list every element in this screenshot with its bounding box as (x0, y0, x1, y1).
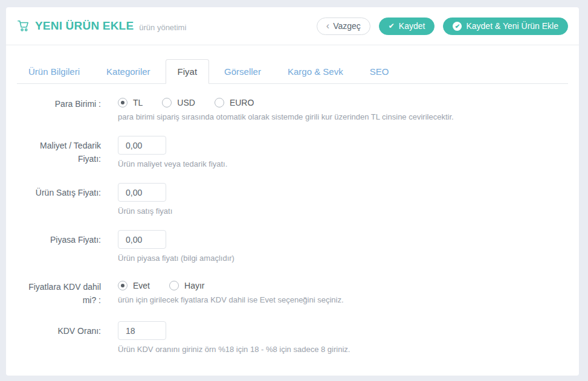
radio-label: Hayır (184, 281, 204, 290)
radio-icon[interactable] (118, 98, 128, 107)
control-area: Ürün piyasa fiyatı (bilgi amaçlıdır) (118, 230, 234, 263)
save-button[interactable]: ✔ Kaydet (379, 18, 435, 35)
cancel-button-label: Vazgeç (333, 21, 361, 31)
tab-gorseller[interactable]: Görseller (213, 60, 273, 83)
check-circle-icon: ✔ (453, 22, 462, 31)
radio-label: TL (133, 98, 143, 107)
field-label: Maliyet / Tedarik Fiyatı: (17, 136, 101, 165)
cancel-button[interactable]: ‹ Vazgeç (317, 18, 370, 35)
kdv-dahil-radio-group: Evet Hayır (118, 277, 344, 290)
control-area: Ürün KDV oranını giriniz örn %18 için 18… (118, 321, 350, 354)
field-label: KDV Oranı: (17, 321, 101, 338)
form-group-para-birimi: Para Birimi : TL USD EURO (17, 94, 568, 121)
tab-seo[interactable]: SEO (358, 60, 401, 83)
form-group-kdv-dahil: Fiyatlara KDV dahil mi? : Evet Hayır ürü… (17, 277, 568, 307)
radio-icon[interactable] (118, 281, 128, 290)
help-text: Ürün satış fiyatı (118, 207, 172, 216)
radio-label: USD (177, 98, 195, 107)
add-product-panel: YENI ÜRÜN EKLE ürün yönetimi ‹ Vazgeç ✔ … (6, 7, 579, 376)
control-area: Evet Hayır ürün için girilecek fiyatlara… (118, 277, 344, 304)
form-group-satis-fiyati: Ürün Satış Fiyatı: Ürün satış fiyatı (17, 183, 568, 216)
help-text: Ürün maliyet veya tedarik fiyatı. (118, 159, 227, 168)
radio-label: Evet (133, 281, 150, 290)
tab-urun-bilgileri[interactable]: Ürün Bilgileri (17, 60, 91, 83)
page-title: YENI ÜRÜN EKLE (35, 19, 134, 33)
radio-icon[interactable] (215, 98, 224, 107)
control-area: Ürün satış fiyatı (118, 183, 172, 216)
tab-kategoriler[interactable]: Kategoriler (95, 60, 162, 83)
radio-label: EURO (230, 98, 254, 107)
piyasa-fiyati-input[interactable] (118, 230, 166, 249)
save-button-label: Kaydet (399, 21, 425, 31)
form-group-maliyet-fiyati: Maliyet / Tedarik Fiyatı: Ürün maliyet v… (17, 136, 568, 168)
control-area: TL USD EURO para birimi sipariş sırasınd… (118, 94, 454, 121)
help-text: Ürün KDV oranını giriniz örn %18 için 18… (118, 345, 350, 354)
title-wrap: YENI ÜRÜN EKLE ürün yönetimi (17, 19, 186, 33)
field-label: Piyasa Fiyatı: (17, 230, 101, 247)
radio-option-euro[interactable]: EURO (215, 98, 254, 107)
panel-header: YENI ÜRÜN EKLE ürün yönetimi ‹ Vazgeç ✔ … (6, 7, 579, 45)
chevron-left-icon: ‹ (326, 21, 329, 31)
radio-icon[interactable] (169, 281, 179, 290)
price-form: Para Birimi : TL USD EURO (6, 84, 579, 354)
shopping-cart-icon (17, 19, 30, 33)
tab-fiyat[interactable]: Fiyat (166, 59, 210, 84)
kdv-orani-input[interactable] (118, 321, 166, 340)
currency-radio-group: TL USD EURO (118, 94, 454, 107)
control-area: Ürün maliyet veya tedarik fiyatı. (118, 136, 227, 168)
form-group-kdv-orani: KDV Oranı: Ürün KDV oranını giriniz örn … (17, 321, 568, 354)
tab-bar: Ürün Bilgileri Kategoriler Fiyat Görsell… (17, 59, 568, 84)
radio-option-tl[interactable]: TL (118, 98, 143, 107)
form-group-piyasa-fiyati: Piyasa Fiyatı: Ürün piyasa fiyatı (bilgi… (17, 230, 568, 263)
radio-option-hayir[interactable]: Hayır (169, 281, 204, 290)
tab-kargo-sevk[interactable]: Kargo & Sevk (276, 60, 355, 83)
radio-icon[interactable] (162, 98, 172, 107)
help-text: Ürün piyasa fiyatı (bilgi amaçlıdır) (118, 254, 234, 263)
help-text: para birimi sipariş sırasında otomatik o… (118, 112, 454, 121)
satis-fiyati-input[interactable] (118, 183, 166, 202)
radio-option-evet[interactable]: Evet (118, 281, 150, 290)
check-icon: ✔ (389, 22, 395, 30)
page-subtitle: ürün yönetimi (139, 21, 186, 32)
radio-option-usd[interactable]: USD (162, 98, 195, 107)
header-actions: ‹ Vazgeç ✔ Kaydet ✔ Kaydet & Yeni Ürün E… (317, 18, 568, 35)
save-and-new-button-label: Kaydet & Yeni Ürün Ekle (466, 21, 558, 31)
maliyet-fiyati-input[interactable] (118, 136, 166, 155)
save-and-new-button[interactable]: ✔ Kaydet & Yeni Ürün Ekle (443, 18, 568, 35)
field-label: Ürün Satış Fiyatı: (17, 183, 101, 200)
field-label: Fiyatlara KDV dahil mi? : (17, 277, 101, 307)
field-label: Para Birimi : (17, 94, 101, 111)
help-text: ürün için girilecek fiyatlara KDV dahil … (118, 295, 344, 304)
